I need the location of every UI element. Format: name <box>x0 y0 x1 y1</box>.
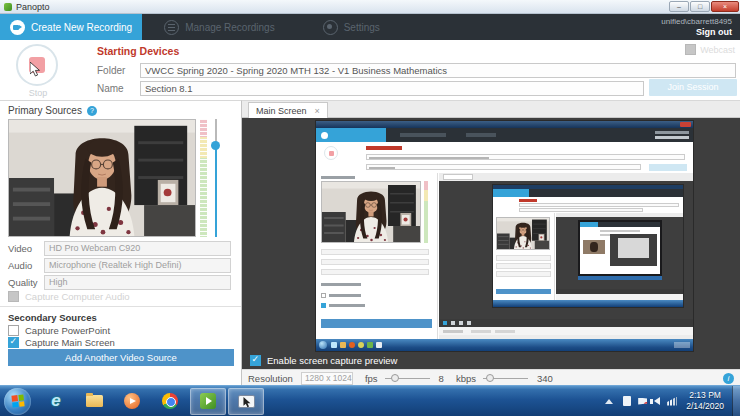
secondary-sources-title: Secondary Sources <box>8 312 97 323</box>
show-desktop-button[interactable] <box>732 386 740 416</box>
windows-logo-icon <box>11 394 24 407</box>
captured-close-button <box>680 122 691 127</box>
captured-header <box>316 142 693 173</box>
close-button[interactable]: × <box>711 1 739 12</box>
captured-desktop-level-3 <box>578 220 662 280</box>
taskbar-panopto-icon[interactable] <box>190 388 226 415</box>
captured-desktop-level-2 <box>493 185 683 307</box>
tab-create-label: Create New Recording <box>31 22 132 33</box>
volume-track-fill <box>215 145 217 237</box>
webcam-preview <box>8 119 196 237</box>
audio-level-meter <box>200 119 207 237</box>
tab-manage-label: Manage Recordings <box>185 22 275 33</box>
taskbar-screen-capture-icon[interactable] <box>228 388 264 415</box>
captured-status-text <box>366 146 402 150</box>
webcast-label: Webcast <box>700 45 735 55</box>
kbps-slider-handle[interactable] <box>486 374 494 382</box>
window-titlebar: Panopto – □ × <box>0 0 740 14</box>
captured-folder-field <box>366 154 685 160</box>
maximize-button[interactable]: □ <box>690 1 710 12</box>
minimize-button[interactable]: – <box>669 1 689 12</box>
capture-computer-audio-checkbox <box>8 291 19 302</box>
captured-main-screen-tab <box>443 174 473 180</box>
taskbar-ie-icon[interactable]: e <box>38 388 74 415</box>
captured-tab-text <box>400 133 446 137</box>
fps-value: 8 <box>439 373 444 384</box>
help-icon[interactable]: ? <box>87 106 97 116</box>
capture-powerpoint-label: Capture PowerPoint <box>25 325 110 336</box>
window-title: Panopto <box>16 2 50 12</box>
captured-user-text <box>655 131 689 134</box>
taskbar-media-player-icon[interactable] <box>114 388 150 415</box>
info-icon[interactable]: i <box>723 373 734 384</box>
tab-create-new-recording[interactable]: Create New Recording <box>0 14 142 40</box>
start-button[interactable] <box>4 388 31 415</box>
captured-resolution-row <box>439 327 693 335</box>
resolution-input[interactable]: 1280 x 1024 <box>301 372 353 385</box>
divider <box>0 306 241 307</box>
captured-enable-row <box>439 319 693 327</box>
nav-bar: Create New Recording Manage Recordings S… <box>0 14 740 40</box>
capture-computer-audio-label: Capture Computer Audio <box>25 291 130 302</box>
quality-select: High <box>44 275 231 290</box>
audio-label: Audio <box>8 260 44 271</box>
windows-taskbar: e 2:13 PM 2/14/2020 <box>0 385 740 416</box>
gear-icon <box>323 20 338 35</box>
video-label: Video <box>8 243 44 254</box>
tab-close-icon[interactable]: × <box>315 106 320 116</box>
audio-device-select: Microphone (Realtek High Defini) <box>44 258 231 273</box>
desktop: Panopto – □ × Create New Recording Manag… <box>0 0 740 416</box>
tab-settings[interactable]: Settings <box>313 14 390 40</box>
media-player-icon <box>124 393 140 409</box>
preview-detail <box>321 249 429 255</box>
volume-icon[interactable] <box>654 397 660 405</box>
taskbar-chrome-icon[interactable] <box>152 388 188 415</box>
captured-preview-area <box>439 181 693 319</box>
captured-stop-button <box>324 146 338 160</box>
captured-taskbar <box>316 339 693 351</box>
tray-expand-icon[interactable] <box>605 399 613 404</box>
network-icon[interactable] <box>667 397 677 406</box>
kbps-slider[interactable] <box>483 378 528 379</box>
taskbar-explorer-icon[interactable] <box>76 388 112 415</box>
preview-detail <box>493 189 683 197</box>
captured-webcam <box>321 181 421 243</box>
captured-join-button <box>649 164 687 171</box>
fps-slider[interactable] <box>385 378 430 379</box>
chrome-icon <box>162 393 178 409</box>
folder-input[interactable]: VWCC Spring 2020 - Spring 2020 MTH 132 -… <box>140 63 736 78</box>
screen-capture-app-icon <box>238 395 255 408</box>
preview-detail <box>321 283 361 286</box>
name-label: Name <box>97 83 124 94</box>
fps-slider-handle[interactable] <box>391 374 399 382</box>
preview-detail <box>321 176 355 179</box>
join-session-button[interactable]: Join Session <box>649 79 737 96</box>
list-icon <box>164 20 179 35</box>
screen-preview-area: Enable screen capture preview <box>242 118 740 369</box>
captured-name-field <box>366 164 641 170</box>
volume-slider[interactable] <box>211 119 221 237</box>
tab-main-screen[interactable]: Main Screen × <box>248 102 328 118</box>
action-center-flag-icon[interactable] <box>638 398 647 405</box>
folder-label: Folder <box>97 65 125 76</box>
taskbar-clock[interactable]: 2:13 PM 2/14/2020 <box>686 390 724 412</box>
volume-slider-handle[interactable] <box>211 141 220 150</box>
preview-detail <box>493 213 683 300</box>
name-input[interactable]: Section 8.1 <box>140 81 644 96</box>
primary-sources-title: Primary Sources <box>8 105 82 116</box>
preview-detail <box>321 259 429 265</box>
clock-time: 2:13 PM <box>689 390 721 400</box>
preview-detail <box>321 293 326 298</box>
captured-titlebar <box>316 121 693 128</box>
capture-powerpoint-checkbox[interactable] <box>8 325 19 336</box>
capture-main-screen-checkbox[interactable] <box>8 337 19 348</box>
add-video-source-button[interactable]: Add Another Video Source <box>8 349 234 366</box>
sign-out-link[interactable]: Sign out <box>661 27 732 38</box>
tray-document-icon[interactable] <box>623 396 631 406</box>
captured-active-tab <box>316 128 386 142</box>
mouse-cursor <box>30 62 41 77</box>
captured-navbar <box>316 128 693 142</box>
tab-manage-recordings[interactable]: Manage Recordings <box>154 14 285 40</box>
starting-devices-status: Starting Devices <box>97 45 179 57</box>
enable-screen-capture-preview-checkbox[interactable] <box>250 355 261 366</box>
